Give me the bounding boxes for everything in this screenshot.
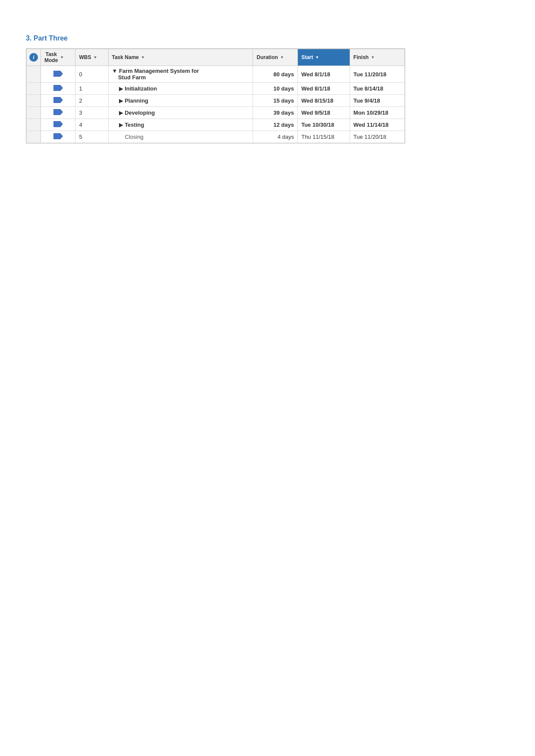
col-header-finish[interactable]: Finish ▼	[350, 49, 404, 66]
row-info-cell	[27, 95, 41, 107]
col-start-label: Start	[301, 54, 313, 60]
row-finish-cell: Tue 11/20/18	[350, 131, 404, 143]
col-task-mode-label: TaskMode	[44, 51, 58, 63]
row-finish-cell: Tue 9/4/18	[350, 95, 404, 107]
svg-rect-4	[53, 97, 60, 103]
svg-rect-10	[53, 133, 60, 139]
row-duration-cell: 80 days	[253, 66, 298, 83]
col-header-start[interactable]: Start ▼	[297, 49, 350, 66]
col-start-arrow[interactable]: ▼	[315, 55, 319, 59]
task-mode-icon	[53, 109, 63, 116]
row-wbs-cell: 4	[75, 119, 108, 131]
row-task-name-cell: ▼ Farm Management System for Stud Farm	[108, 66, 253, 83]
col-task-mode-arrow[interactable]: ▼	[60, 55, 64, 59]
row-start-cell: Wed 8/1/18	[297, 83, 350, 95]
duration-value: 15 days	[273, 97, 294, 104]
row-task-name-cell: ▶ Planning	[108, 95, 253, 107]
row-wbs-cell: 3	[75, 107, 108, 119]
row-task-name-cell: Closing	[108, 131, 253, 143]
expand-triangle[interactable]: ▶	[119, 109, 125, 116]
col-finish-label: Finish	[354, 54, 369, 60]
col-header-duration[interactable]: Duration ▼	[253, 49, 298, 66]
col-finish-arrow[interactable]: ▼	[371, 55, 375, 59]
row-task-mode-cell	[41, 131, 75, 143]
row-wbs-cell: 2	[75, 95, 108, 107]
task-mode-icon	[53, 121, 63, 128]
duration-value: 10 days	[273, 85, 294, 92]
row-finish-cell: Tue 8/14/18	[350, 83, 404, 95]
start-value: Tue 10/30/18	[301, 122, 334, 128]
row-wbs-cell: 5	[75, 131, 108, 143]
row-task-name-cell: ▶ Testing	[108, 119, 253, 131]
col-header-wbs[interactable]: WBS ▼	[75, 49, 108, 66]
task-mode-icon	[53, 70, 63, 77]
svg-rect-6	[53, 109, 60, 115]
svg-marker-11	[60, 133, 63, 139]
table-row: 3▶ Developing39 daysWed 9/5/18Mon 10/29/…	[27, 107, 405, 119]
finish-value: Tue 9/4/18	[354, 97, 380, 104]
table-row: 4▶ Testing12 daysTue 10/30/18Wed 11/14/1…	[27, 119, 405, 131]
row-duration-cell: 12 days	[253, 119, 298, 131]
svg-rect-2	[53, 85, 60, 91]
svg-marker-5	[60, 97, 63, 103]
row-info-cell	[27, 119, 41, 131]
finish-value: Tue 11/20/18	[354, 134, 386, 140]
duration-value: 80 days	[273, 71, 294, 78]
start-value: Wed 9/5/18	[301, 109, 330, 116]
col-wbs-arrow[interactable]: ▼	[93, 55, 97, 59]
row-info-cell	[27, 107, 41, 119]
row-finish-cell: Mon 10/29/18	[350, 107, 404, 119]
duration-value: 4 days	[278, 134, 294, 140]
svg-marker-1	[60, 71, 63, 77]
row-info-cell	[27, 131, 41, 143]
col-duration-arrow[interactable]: ▼	[280, 55, 284, 59]
expand-triangle[interactable]: ▶	[119, 122, 125, 128]
row-task-mode-cell	[41, 66, 75, 83]
task-mode-icon	[53, 133, 63, 140]
svg-rect-8	[53, 121, 60, 127]
task-name-text: Planning	[125, 97, 148, 104]
collapse-triangle[interactable]: ▼	[112, 68, 119, 74]
task-name-text: Closing	[125, 134, 144, 140]
start-value: Wed 8/1/18	[301, 85, 330, 92]
row-duration-cell: 10 days	[253, 83, 298, 95]
duration-value: 12 days	[273, 122, 294, 128]
info-icon: i	[29, 53, 38, 62]
finish-value: Wed 11/14/18	[354, 122, 388, 128]
row-duration-cell: 4 days	[253, 131, 298, 143]
table-row: 5Closing4 daysThu 11/15/18Tue 11/20/18	[27, 131, 405, 143]
row-task-mode-cell	[41, 83, 75, 95]
row-info-cell	[27, 83, 41, 95]
row-wbs-cell: 1	[75, 83, 108, 95]
table-row: 0▼ Farm Management System for Stud Farm8…	[27, 66, 405, 83]
start-value: Thu 11/15/18	[301, 134, 335, 140]
svg-marker-9	[60, 121, 63, 127]
task-name-text: Farm Management System for Stud Farm	[112, 68, 199, 81]
expand-triangle[interactable]: ▶	[119, 97, 125, 104]
start-value: Wed 8/1/18	[301, 71, 330, 78]
col-task-name-arrow[interactable]: ▼	[141, 55, 145, 59]
row-finish-cell: Tue 11/20/18	[350, 66, 404, 83]
row-info-cell	[27, 66, 41, 83]
row-duration-cell: 15 days	[253, 95, 298, 107]
task-mode-icon	[53, 97, 63, 103]
finish-value: Tue 11/20/18	[354, 71, 386, 78]
row-finish-cell: Wed 11/14/18	[350, 119, 404, 131]
project-table-wrapper: i TaskMode ▼ WBS ▼ Task Name	[26, 48, 405, 144]
row-task-mode-cell	[41, 107, 75, 119]
col-task-name-label: Task Name	[112, 54, 139, 60]
table-row: 2▶ Planning15 daysWed 8/15/18Tue 9/4/18	[27, 95, 405, 107]
expand-triangle[interactable]: ▶	[119, 85, 125, 92]
task-name-text: Testing	[125, 122, 144, 128]
row-wbs-cell: 0	[75, 66, 108, 83]
svg-marker-7	[60, 109, 63, 115]
col-header-task-mode[interactable]: TaskMode ▼	[41, 49, 75, 66]
finish-value: Tue 8/14/18	[354, 85, 383, 92]
row-task-name-cell: ▶ Initialization	[108, 83, 253, 95]
svg-marker-3	[60, 85, 63, 91]
task-mode-icon	[53, 84, 63, 91]
row-start-cell: Wed 8/1/18	[297, 66, 350, 83]
project-table: i TaskMode ▼ WBS ▼ Task Name	[26, 49, 405, 143]
section-title: 3. Part Three	[26, 34, 509, 42]
col-header-task-name[interactable]: Task Name ▼	[108, 49, 253, 66]
